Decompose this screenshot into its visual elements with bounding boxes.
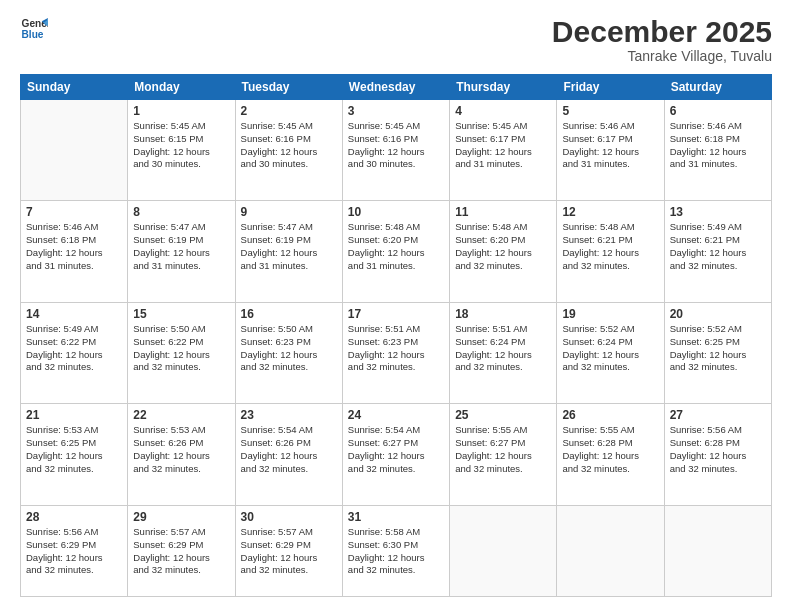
cell-content: Sunrise: 5:55 AMSunset: 6:27 PMDaylight:… xyxy=(455,424,551,475)
day-number: 24 xyxy=(348,408,444,422)
day-number: 22 xyxy=(133,408,229,422)
day-number: 5 xyxy=(562,104,658,118)
cell-content: Sunrise: 5:45 AMSunset: 6:16 PMDaylight:… xyxy=(241,120,337,171)
day-number: 16 xyxy=(241,307,337,321)
cell-content: Sunrise: 5:48 AMSunset: 6:20 PMDaylight:… xyxy=(348,221,444,272)
table-row: 18Sunrise: 5:51 AMSunset: 6:24 PMDayligh… xyxy=(450,302,557,403)
cell-content: Sunrise: 5:46 AMSunset: 6:17 PMDaylight:… xyxy=(562,120,658,171)
page: General Blue December 2025 Tanrake Villa… xyxy=(0,0,792,612)
table-row xyxy=(557,505,664,596)
location: Tanrake Village, Tuvalu xyxy=(552,48,772,64)
header-thursday: Thursday xyxy=(450,75,557,100)
cell-content: Sunrise: 5:45 AMSunset: 6:17 PMDaylight:… xyxy=(455,120,551,171)
month-title: December 2025 xyxy=(552,15,772,48)
cell-content: Sunrise: 5:52 AMSunset: 6:25 PMDaylight:… xyxy=(670,323,766,374)
cell-content: Sunrise: 5:51 AMSunset: 6:24 PMDaylight:… xyxy=(455,323,551,374)
day-number: 4 xyxy=(455,104,551,118)
cell-content: Sunrise: 5:53 AMSunset: 6:25 PMDaylight:… xyxy=(26,424,122,475)
day-number: 19 xyxy=(562,307,658,321)
day-number: 9 xyxy=(241,205,337,219)
day-number: 13 xyxy=(670,205,766,219)
cell-content: Sunrise: 5:54 AMSunset: 6:27 PMDaylight:… xyxy=(348,424,444,475)
calendar-table: Sunday Monday Tuesday Wednesday Thursday… xyxy=(20,74,772,597)
table-row: 9Sunrise: 5:47 AMSunset: 6:19 PMDaylight… xyxy=(235,201,342,302)
header-friday: Friday xyxy=(557,75,664,100)
day-number: 21 xyxy=(26,408,122,422)
cell-content: Sunrise: 5:57 AMSunset: 6:29 PMDaylight:… xyxy=(241,526,337,577)
table-row: 23Sunrise: 5:54 AMSunset: 6:26 PMDayligh… xyxy=(235,404,342,505)
table-row: 13Sunrise: 5:49 AMSunset: 6:21 PMDayligh… xyxy=(664,201,771,302)
cell-content: Sunrise: 5:53 AMSunset: 6:26 PMDaylight:… xyxy=(133,424,229,475)
day-number: 27 xyxy=(670,408,766,422)
day-number: 1 xyxy=(133,104,229,118)
table-row: 6Sunrise: 5:46 AMSunset: 6:18 PMDaylight… xyxy=(664,100,771,201)
day-number: 6 xyxy=(670,104,766,118)
table-row: 2Sunrise: 5:45 AMSunset: 6:16 PMDaylight… xyxy=(235,100,342,201)
day-number: 10 xyxy=(348,205,444,219)
table-row: 14Sunrise: 5:49 AMSunset: 6:22 PMDayligh… xyxy=(21,302,128,403)
table-row: 27Sunrise: 5:56 AMSunset: 6:28 PMDayligh… xyxy=(664,404,771,505)
day-number: 26 xyxy=(562,408,658,422)
table-row: 5Sunrise: 5:46 AMSunset: 6:17 PMDaylight… xyxy=(557,100,664,201)
table-row: 26Sunrise: 5:55 AMSunset: 6:28 PMDayligh… xyxy=(557,404,664,505)
table-row: 30Sunrise: 5:57 AMSunset: 6:29 PMDayligh… xyxy=(235,505,342,596)
cell-content: Sunrise: 5:51 AMSunset: 6:23 PMDaylight:… xyxy=(348,323,444,374)
day-number: 7 xyxy=(26,205,122,219)
cell-content: Sunrise: 5:50 AMSunset: 6:23 PMDaylight:… xyxy=(241,323,337,374)
table-row: 11Sunrise: 5:48 AMSunset: 6:20 PMDayligh… xyxy=(450,201,557,302)
cell-content: Sunrise: 5:56 AMSunset: 6:29 PMDaylight:… xyxy=(26,526,122,577)
table-row: 22Sunrise: 5:53 AMSunset: 6:26 PMDayligh… xyxy=(128,404,235,505)
cell-content: Sunrise: 5:45 AMSunset: 6:15 PMDaylight:… xyxy=(133,120,229,171)
table-row: 10Sunrise: 5:48 AMSunset: 6:20 PMDayligh… xyxy=(342,201,449,302)
header-sunday: Sunday xyxy=(21,75,128,100)
table-row: 17Sunrise: 5:51 AMSunset: 6:23 PMDayligh… xyxy=(342,302,449,403)
day-number: 11 xyxy=(455,205,551,219)
cell-content: Sunrise: 5:45 AMSunset: 6:16 PMDaylight:… xyxy=(348,120,444,171)
table-row: 31Sunrise: 5:58 AMSunset: 6:30 PMDayligh… xyxy=(342,505,449,596)
title-block: December 2025 Tanrake Village, Tuvalu xyxy=(552,15,772,64)
calendar-header-row: Sunday Monday Tuesday Wednesday Thursday… xyxy=(21,75,772,100)
table-row: 12Sunrise: 5:48 AMSunset: 6:21 PMDayligh… xyxy=(557,201,664,302)
day-number: 14 xyxy=(26,307,122,321)
cell-content: Sunrise: 5:56 AMSunset: 6:28 PMDaylight:… xyxy=(670,424,766,475)
cell-content: Sunrise: 5:49 AMSunset: 6:21 PMDaylight:… xyxy=(670,221,766,272)
table-row: 20Sunrise: 5:52 AMSunset: 6:25 PMDayligh… xyxy=(664,302,771,403)
logo: General Blue xyxy=(20,15,48,43)
day-number: 29 xyxy=(133,510,229,524)
day-number: 12 xyxy=(562,205,658,219)
cell-content: Sunrise: 5:58 AMSunset: 6:30 PMDaylight:… xyxy=(348,526,444,577)
header-wednesday: Wednesday xyxy=(342,75,449,100)
header-tuesday: Tuesday xyxy=(235,75,342,100)
table-row: 29Sunrise: 5:57 AMSunset: 6:29 PMDayligh… xyxy=(128,505,235,596)
table-row xyxy=(664,505,771,596)
cell-content: Sunrise: 5:50 AMSunset: 6:22 PMDaylight:… xyxy=(133,323,229,374)
table-row xyxy=(21,100,128,201)
day-number: 8 xyxy=(133,205,229,219)
cell-content: Sunrise: 5:54 AMSunset: 6:26 PMDaylight:… xyxy=(241,424,337,475)
cell-content: Sunrise: 5:47 AMSunset: 6:19 PMDaylight:… xyxy=(241,221,337,272)
cell-content: Sunrise: 5:47 AMSunset: 6:19 PMDaylight:… xyxy=(133,221,229,272)
day-number: 20 xyxy=(670,307,766,321)
day-number: 30 xyxy=(241,510,337,524)
table-row: 7Sunrise: 5:46 AMSunset: 6:18 PMDaylight… xyxy=(21,201,128,302)
header: General Blue December 2025 Tanrake Villa… xyxy=(20,15,772,64)
table-row: 1Sunrise: 5:45 AMSunset: 6:15 PMDaylight… xyxy=(128,100,235,201)
day-number: 3 xyxy=(348,104,444,118)
day-number: 31 xyxy=(348,510,444,524)
table-row: 15Sunrise: 5:50 AMSunset: 6:22 PMDayligh… xyxy=(128,302,235,403)
cell-content: Sunrise: 5:52 AMSunset: 6:24 PMDaylight:… xyxy=(562,323,658,374)
cell-content: Sunrise: 5:48 AMSunset: 6:20 PMDaylight:… xyxy=(455,221,551,272)
table-row: 4Sunrise: 5:45 AMSunset: 6:17 PMDaylight… xyxy=(450,100,557,201)
cell-content: Sunrise: 5:48 AMSunset: 6:21 PMDaylight:… xyxy=(562,221,658,272)
table-row: 3Sunrise: 5:45 AMSunset: 6:16 PMDaylight… xyxy=(342,100,449,201)
cell-content: Sunrise: 5:46 AMSunset: 6:18 PMDaylight:… xyxy=(670,120,766,171)
day-number: 17 xyxy=(348,307,444,321)
svg-text:Blue: Blue xyxy=(22,29,44,40)
table-row: 24Sunrise: 5:54 AMSunset: 6:27 PMDayligh… xyxy=(342,404,449,505)
day-number: 2 xyxy=(241,104,337,118)
day-number: 15 xyxy=(133,307,229,321)
table-row: 19Sunrise: 5:52 AMSunset: 6:24 PMDayligh… xyxy=(557,302,664,403)
day-number: 23 xyxy=(241,408,337,422)
header-monday: Monday xyxy=(128,75,235,100)
table-row: 16Sunrise: 5:50 AMSunset: 6:23 PMDayligh… xyxy=(235,302,342,403)
